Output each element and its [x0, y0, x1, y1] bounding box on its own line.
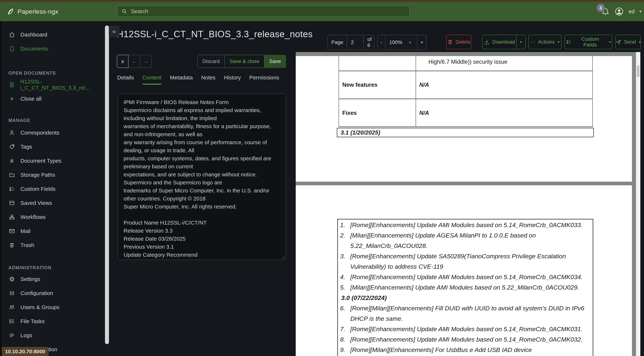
documents-icon: [8, 45, 15, 52]
version-row: 3.1 (1/20/2025): [337, 128, 594, 137]
download-icon: [484, 39, 490, 45]
save-button[interactable]: Save: [264, 55, 286, 68]
tab-metadata[interactable]: Metadata: [170, 74, 193, 85]
list-item: 5.[Milan][Enhancements] Update AMI Modul…: [340, 282, 593, 293]
sidebar-item-close-all[interactable]: Close all: [0, 92, 110, 106]
actions-button[interactable]: ⋯ Actions ▾: [528, 35, 562, 49]
custom-fields-button[interactable]: Custom Fields ▾: [564, 35, 612, 49]
sidebar-item-label: Trash: [20, 242, 34, 248]
sidebar-item-storage-paths[interactable]: Storage Paths: [0, 168, 110, 182]
tab-history[interactable]: History: [224, 74, 241, 85]
person-icon: [8, 129, 15, 136]
release-notes-list: 1.[Rome][Enhancements] Update AMI Module…: [340, 220, 593, 293]
notification-badge: 3: [596, 4, 605, 12]
sidebar-item-mail[interactable]: Mail: [0, 224, 110, 238]
task-list-icon: [8, 318, 15, 325]
app-header: Paperless-ngx 3: [0, 2, 644, 21]
sidebar-item-open-document[interactable]: H12SSL-i_C_CT_NT_BIOS_3.3_rel...: [0, 78, 110, 92]
workflow-boxes-icon: [8, 214, 15, 220]
sidebar-item-dashboard[interactable]: Dashboard: [0, 28, 110, 42]
hash-icon: #: [8, 157, 15, 164]
editor-toolbar: x ← → Discard Save & close Save: [117, 55, 286, 68]
next-document-button[interactable]: →: [140, 55, 152, 68]
version-heading: 3.0 (07/22/2024): [341, 293, 593, 303]
sidebar-item-label: Close all: [20, 96, 42, 102]
tab-details[interactable]: Details: [117, 74, 134, 85]
sidebar-item-trash[interactable]: Trash: [0, 238, 110, 252]
zoom-in-button[interactable]: +: [418, 35, 426, 50]
tab-notes[interactable]: Notes: [201, 74, 216, 85]
delete-button[interactable]: Delete: [446, 35, 471, 49]
list-item: 8.[Rome][Enhancements] Update AMI Module…: [340, 334, 593, 345]
sidebar-item-saved-views[interactable]: Saved Views: [0, 196, 110, 210]
logs-icon: [8, 332, 15, 339]
sidebar-item-custom-fields[interactable]: Custom Fields: [0, 182, 110, 196]
custom-fields-icon: [566, 39, 572, 45]
custom-fields-label: Custom Fields: [574, 36, 606, 48]
list-item: 1.[Rome][Enhancements] Update AMI Module…: [340, 220, 593, 230]
table-border: [338, 126, 593, 127]
content-textarea[interactable]: IPMI Firmware / BIOS Release Notes Form …: [118, 94, 286, 260]
sidebar-item-workflows[interactable]: Workflows: [0, 210, 110, 224]
paperless-ngx-app: Paperless-ngx 3: [0, 0, 644, 356]
sidebar-item-tags[interactable]: Tags: [0, 140, 110, 154]
chevron-down-icon: ▾: [609, 40, 611, 44]
user-menu-caret-icon[interactable]: ▾: [640, 9, 642, 14]
sidebar-item-document-types[interactable]: # Document Types: [0, 154, 110, 168]
previous-document-button[interactable]: ←: [128, 55, 140, 68]
pdf-scrollbar-thumb[interactable]: [637, 65, 640, 77]
sidebar-item-logs[interactable]: Logs: [0, 328, 110, 342]
tab-content[interactable]: Content: [142, 74, 162, 85]
send-button[interactable]: Send ▾: [615, 35, 641, 49]
global-search[interactable]: [117, 6, 410, 17]
brand[interactable]: Paperless-ngx: [6, 2, 58, 21]
sidebar-scrollbar[interactable]: [105, 26, 109, 344]
collapse-sidebar-button[interactable]: «: [109, 26, 120, 37]
sidebar-item-users-groups[interactable]: Users & Groups: [0, 300, 110, 314]
table-row-label: Fixes: [342, 110, 357, 116]
trash-icon: [447, 39, 453, 45]
notifications-button[interactable]: 3: [601, 7, 610, 16]
sidebar-item-file-tasks[interactable]: File Tasks: [0, 314, 110, 328]
sidebar-item-documents[interactable]: Documents: [0, 42, 110, 56]
open-document-label: H12SSL-i_C_CT_NT_BIOS_3.3_rel...: [20, 78, 110, 91]
search-icon: [122, 8, 127, 14]
table-cell-partial: High/6.7 Middle)) security issue: [428, 58, 507, 65]
left-window-edge: [0, 21, 2, 356]
close-icon: [8, 95, 15, 102]
download-label: Download: [492, 39, 515, 45]
page-label: Page: [328, 35, 347, 50]
sidebar-item-label: Settings: [20, 276, 40, 282]
sidebar-item-settings[interactable]: ⚙ Settings: [0, 272, 110, 286]
paperless-leaf-logo-icon: [6, 8, 14, 16]
username[interactable]: ed: [629, 8, 635, 14]
table-border: [416, 56, 416, 126]
gear-icon: ⚙: [8, 276, 15, 282]
search-input[interactable]: [130, 8, 406, 14]
download-options-caret[interactable]: ▾: [516, 35, 526, 49]
zoom-out-button[interactable]: -: [378, 35, 386, 50]
send-plane-icon: [616, 39, 621, 45]
close-document-button[interactable]: x: [117, 55, 128, 68]
sidebar-item-configuration[interactable]: Configuration: [0, 286, 110, 300]
table-border: [338, 56, 339, 126]
page-title: H12SSL-i_C_CT_NT_BIOS_3.3_release_notes: [117, 29, 313, 40]
pdf-page-2: 1.[Rome][Enhancements] Update AMI Module…: [296, 185, 632, 356]
page-number-input[interactable]: [350, 39, 360, 46]
sidebar-item-correspondents[interactable]: Correspondents: [0, 126, 110, 140]
pdf-preview[interactable]: High/6.7 Middle)) security issue New fea…: [296, 52, 640, 356]
save-and-close-button[interactable]: Save & close: [225, 55, 264, 68]
download-button[interactable]: Download: [482, 35, 516, 49]
pdf-page-1: High/6.7 Middle)) security issue New fea…: [296, 56, 632, 182]
mail-icon: [8, 228, 15, 234]
ellipsis-icon: ⋯: [530, 39, 536, 45]
status-bar-url: 10.10.20.70:8000: [2, 347, 48, 356]
avatar-icon[interactable]: [614, 7, 624, 16]
discard-button[interactable]: Discard: [197, 55, 225, 68]
users-icon: [8, 304, 15, 311]
pdf-scrollbar-track[interactable]: [636, 52, 640, 356]
folder-icon: [8, 172, 15, 178]
release-notes-box: 1.[Rome][Enhancements] Update AMI Module…: [337, 219, 593, 356]
tab-permissions[interactable]: Permissions: [249, 74, 279, 85]
zoom-level-select[interactable]: 100% ∨: [386, 35, 417, 50]
